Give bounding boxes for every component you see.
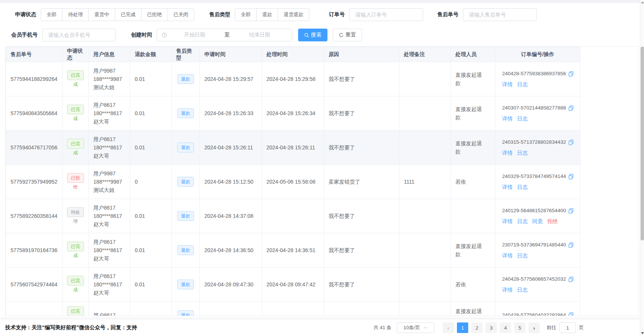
copy-icon[interactable] [568,242,574,248]
user-info-line: 188****9987 [93,75,125,83]
cell-after-sale-type: 退款 [172,268,200,302]
status-tag: 已拒绝 [67,173,84,183]
cell-after-sale-no: 5775892260358144 [6,199,62,233]
order-no: 240329-5733784749574144 [502,172,566,181]
copy-icon[interactable] [568,312,574,316]
order-no-line: 240307-5702144858277888 [502,104,575,112]
after-sale-type-option[interactable]: 全部 [235,8,257,21]
copy-icon[interactable] [568,71,574,77]
cell-order-actions: 240129-5648615287654400详情日志同意拒绝 [495,199,580,233]
window-scrollbar[interactable] [640,0,644,336]
copy-icon[interactable] [568,277,574,282]
apply-status-option[interactable]: 全部 [41,8,62,21]
order-no-input[interactable] [349,8,423,21]
apply-status-options: 全部待处理退货中已完成已拒绝已关闭 [41,8,194,21]
action-detail-link[interactable]: 详情 [502,218,513,224]
action-reject-link[interactable]: 拒绝 [547,218,558,224]
cell-process-time: 2024-04-28 09:47:42 [262,268,324,302]
footer-bar: 技术支持：关注“编写美好前程”微信公众号，回复：支持 共 41 条 10条/页 … [0,319,644,336]
pagination-total: 共 41 条 [373,324,391,331]
after-sale-type-option[interactable]: 退款 [256,8,278,21]
pagination: 共 41 条 10条/页 ‹ 12345 › 前往 页 [373,322,584,333]
cell-remark [399,268,451,302]
action-log-link[interactable]: 日志 [517,287,528,293]
create-time-label: 创建时间 [131,32,152,38]
action-detail-link[interactable]: 详情 [502,150,513,156]
action-detail-link[interactable]: 详情 [502,184,513,190]
action-detail-link[interactable]: 详情 [502,287,513,293]
copy-icon[interactable] [568,174,574,179]
after-sale-type-option[interactable]: 退货退款 [278,8,309,21]
cell-reason: 我不想要了 [324,131,399,165]
cell-remark [399,302,451,316]
apply-status-option[interactable]: 待处理 [62,8,89,21]
page-button-2[interactable]: 2 [471,322,483,333]
page-button-1[interactable]: 1 [457,322,468,333]
cell-apply-status: 已完成 [62,268,89,302]
scrollbar-down-arrow[interactable] [640,331,644,335]
action-log-link[interactable]: 日志 [517,218,528,224]
row-actions: 详情日志 [502,251,575,260]
copy-icon[interactable] [568,140,574,145]
reset-button-label: 重置 [346,32,356,38]
action-log-link[interactable]: 日志 [517,150,528,156]
table-row: 5775607542974464已完成用户8617180****8617赵大哥0… [6,268,580,302]
type-tag: 退款 [177,211,194,221]
cell-user-info: 用户9987188****9987测试大姐 [89,62,130,96]
cell-apply-status: 已完成 [62,302,89,316]
apply-status-option[interactable]: 已拒绝 [141,8,168,21]
cell-refund-amount: 0.01 [130,62,172,96]
row-actions: 详情日志 [502,183,575,191]
start-date-placeholder[interactable]: 开始日期 [167,32,222,38]
column-header: 订单编号/操作 [495,47,580,62]
cell-apply-time: 2024-04-28 09:47:30 [200,268,262,302]
action-log-link[interactable]: 日志 [517,252,528,258]
copy-icon[interactable] [568,105,574,111]
filter-row-2: 会员手机号 创建时间 开始日期 至 结束日期 搜索 重置 [11,29,636,41]
action-log-link[interactable]: 日志 [517,184,528,190]
cell-order-actions: 240428-5775938386937856详情日志 [495,62,580,96]
page-button-3[interactable]: 3 [486,322,497,333]
date-range-separator: 至 [222,32,232,38]
column-header: 售后单号 [6,47,62,62]
action-log-link[interactable]: 日志 [517,81,528,87]
status-tag: 已完成 [67,70,84,80]
scrollbar-up-arrow[interactable] [640,0,644,5]
member-phone-input[interactable] [42,29,116,41]
scrollbar-thumb[interactable] [641,47,644,240]
action-approve-link[interactable]: 同意 [532,218,543,224]
end-date-placeholder[interactable]: 结束日期 [232,32,288,38]
apply-status-option[interactable]: 已完成 [115,8,142,21]
clock-icon [161,32,167,38]
order-no-line: 240129-5648615287654400 [502,207,575,215]
action-log-link[interactable]: 日志 [517,116,528,122]
apply-status-option[interactable]: 已关闭 [167,8,194,21]
page-button-4[interactable]: 4 [500,322,511,333]
table-row: 已完成用户8617退款直接发起退款240428-5775604032292864 [6,302,580,316]
page-size-select[interactable]: 10条/页 [397,322,434,333]
reset-button[interactable]: 重置 [333,29,362,41]
search-button[interactable]: 搜索 [298,29,327,41]
type-tag: 退款 [177,74,194,84]
cell-remark [399,199,451,233]
action-detail-link[interactable]: 详情 [502,81,513,87]
order-no-line: 240329-5733784749574144 [502,172,575,181]
after-sale-no-input[interactable] [463,8,537,21]
cell-order-actions: 240329-5733784749574144详情日志 [495,165,580,199]
prev-page-button[interactable]: ‹ [443,322,454,333]
action-detail-link[interactable]: 详情 [502,116,513,122]
create-time-range-picker[interactable]: 开始日期 至 结束日期 [157,29,292,41]
cell-process-time [262,302,324,316]
page-button-5[interactable]: 5 [514,322,525,333]
goto-page-input[interactable] [559,322,576,333]
action-detail-link[interactable]: 详情 [502,252,513,258]
user-info-line: 188****9987 [93,178,125,186]
copy-icon[interactable] [568,208,574,214]
apply-status-option[interactable]: 退货中 [88,8,115,21]
cell-process-time: 2024-04-28 15:26:34 [262,96,324,131]
next-page-button[interactable]: › [528,322,540,333]
goto-label: 前往 [547,324,556,331]
user-info-line: 用户9987 [93,67,125,75]
cell-order-actions: 240428-5775604032292864 [495,302,580,316]
column-header: 退款金额 [130,47,172,62]
